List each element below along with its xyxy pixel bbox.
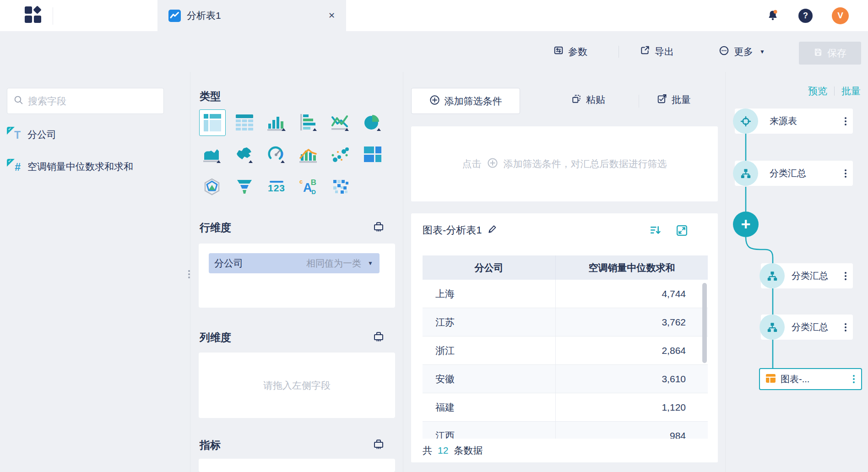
number-field-icon: # ✓ bbox=[7, 159, 22, 174]
tab-close-icon[interactable]: ✕ bbox=[328, 11, 335, 21]
hint-suffix: 添加筛选条件，对汇总后数据进行筛选 bbox=[504, 157, 667, 170]
export-label: 导出 bbox=[655, 45, 674, 58]
table-row: 安徽 3,610 bbox=[423, 365, 708, 393]
params-icon bbox=[553, 45, 564, 58]
add-filter-button[interactable]: 添加筛选条件 bbox=[411, 88, 520, 114]
app-logo-icon[interactable] bbox=[25, 6, 41, 23]
chart-type-pivot-table-icon[interactable] bbox=[199, 109, 226, 136]
chart-type-scatter-icon[interactable] bbox=[327, 141, 354, 168]
paste-label: 粘贴 bbox=[586, 93, 605, 106]
node-label: 分类汇总 bbox=[792, 270, 845, 282]
search-icon bbox=[14, 95, 23, 107]
flow-node-chart-selected[interactable]: 图表-... bbox=[759, 368, 862, 390]
params-button[interactable]: 参数 bbox=[553, 31, 587, 72]
node-menu-icon[interactable] bbox=[845, 271, 846, 282]
expand-icon[interactable] bbox=[676, 224, 688, 239]
save-label: 保存 bbox=[827, 47, 846, 60]
field-item-company[interactable]: T ✓ 分公司 bbox=[7, 127, 56, 142]
node-menu-icon[interactable] bbox=[845, 322, 846, 333]
toolbar-separator bbox=[618, 46, 619, 58]
col-dimension-dropzone[interactable]: 请拖入左侧字段 bbox=[199, 353, 395, 418]
tab-title: 分析表1 bbox=[187, 9, 328, 22]
chart-type-bar-icon[interactable] bbox=[263, 109, 290, 136]
chart-type-table-icon[interactable] bbox=[231, 109, 258, 136]
table-row: 江西 984 bbox=[423, 422, 708, 439]
metrics-dropzone[interactable] bbox=[199, 459, 395, 472]
chart-type-horizontal-bar-icon[interactable] bbox=[295, 109, 322, 136]
row-dimension-label: 行维度 bbox=[200, 221, 231, 235]
notification-bell-icon[interactable] bbox=[766, 9, 779, 22]
column-header[interactable]: 空调销量中位数求和 bbox=[556, 255, 708, 280]
total-suffix: 条数据 bbox=[454, 444, 483, 457]
chart-type-combo-icon[interactable] bbox=[295, 141, 322, 168]
chart-type-numeric-icon[interactable]: 123 bbox=[263, 174, 290, 200]
chart-type-line-icon[interactable] bbox=[327, 109, 354, 136]
cell-value: 3,610 bbox=[556, 365, 708, 393]
text-field-icon: T ✓ bbox=[7, 127, 22, 142]
hint-prefix: 点击 bbox=[462, 157, 482, 170]
field-name: 空调销量中位数求和求和 bbox=[27, 160, 133, 173]
cell-value: 1,120 bbox=[556, 393, 708, 421]
chip-group-mode: 相同值为一类 bbox=[306, 257, 361, 270]
chart-type-radar-icon[interactable] bbox=[199, 174, 226, 200]
sort-icon[interactable] bbox=[649, 224, 662, 239]
search-input[interactable] bbox=[28, 96, 157, 107]
header-divider bbox=[53, 7, 53, 25]
total-prefix: 共 bbox=[423, 444, 432, 457]
more-button[interactable]: 更多 ▼ bbox=[719, 31, 765, 72]
batch-icon bbox=[657, 94, 667, 106]
data-table: 分公司 空调销量中位数求和 上海 4,744 江苏 3,762 浙江 2,864 bbox=[423, 255, 708, 439]
logo-square bbox=[34, 16, 41, 23]
export-icon bbox=[640, 45, 650, 58]
table-scrollbar[interactable] bbox=[702, 283, 707, 363]
node-menu-icon[interactable] bbox=[845, 168, 846, 179]
target-icon bbox=[733, 109, 758, 134]
chart-type-text-icon[interactable]: c A B D bbox=[295, 174, 322, 200]
chip-caret-down-icon[interactable]: ▼ bbox=[368, 260, 373, 266]
chart-type-gauge-icon[interactable] bbox=[263, 141, 290, 168]
chart-type-funnel-icon[interactable] bbox=[231, 174, 258, 200]
logo-square bbox=[25, 6, 32, 14]
cell-value: 2,864 bbox=[556, 336, 708, 364]
panel-resize-handle[interactable] bbox=[188, 269, 190, 280]
node-menu-icon[interactable] bbox=[845, 116, 846, 127]
col-dimension-label: 列维度 bbox=[200, 331, 231, 345]
metrics-clear-icon[interactable] bbox=[373, 439, 385, 450]
chart-type-area-icon[interactable] bbox=[199, 141, 226, 168]
action-separator bbox=[639, 95, 639, 108]
cell-category: 浙江 bbox=[423, 336, 556, 364]
dropzone-placeholder: 请拖入左侧字段 bbox=[199, 353, 395, 418]
add-node-button[interactable]: + bbox=[733, 212, 759, 237]
column-header[interactable]: 分公司 bbox=[423, 255, 556, 280]
row-dimension-chip[interactable]: 分公司 相同值为一类 ▼ bbox=[209, 253, 380, 273]
type-section-title: 类型 bbox=[200, 89, 221, 103]
more-caret-icon: ▼ bbox=[760, 49, 765, 55]
field-item-sales-median[interactable]: # ✓ 空调销量中位数求和求和 bbox=[7, 159, 133, 174]
chip-field-name: 分公司 bbox=[214, 257, 306, 270]
row-dimension-clear-icon[interactable] bbox=[373, 221, 385, 233]
field-search-box bbox=[7, 88, 164, 114]
filter-empty-area[interactable]: 点击 添加筛选条件，对汇总后数据进行筛选 bbox=[411, 126, 718, 201]
batch-label: 批量 bbox=[672, 93, 691, 106]
fields-panel: T ✓ 分公司 # ✓ 空调销量中位数求和求和 bbox=[0, 72, 190, 472]
user-avatar[interactable]: V bbox=[832, 7, 849, 24]
batch-button[interactable]: 批量 bbox=[657, 93, 691, 106]
tab-analysis-sheet[interactable]: 分析表1 ✕ bbox=[157, 0, 346, 31]
chart-type-map-icon[interactable] bbox=[231, 141, 258, 168]
paste-button[interactable]: 粘贴 bbox=[571, 93, 605, 106]
save-button[interactable]: 保存 bbox=[799, 42, 861, 65]
row-dimension-dropzone[interactable]: 分公司 相同值为一类 ▼ bbox=[199, 244, 395, 308]
edit-pencil-icon[interactable] bbox=[488, 224, 497, 237]
col-dimension-clear-icon[interactable] bbox=[373, 331, 385, 343]
cell-value: 3,762 bbox=[556, 308, 708, 336]
help-icon[interactable]: ? bbox=[798, 9, 813, 23]
export-button[interactable]: 导出 bbox=[640, 31, 674, 72]
chart-type-pixel-map-icon[interactable] bbox=[327, 174, 354, 200]
chart-type-quadrant-icon[interactable] bbox=[359, 141, 386, 168]
cell-value: 984 bbox=[556, 422, 708, 439]
node-menu-icon[interactable] bbox=[853, 374, 855, 385]
sheet-chart-icon bbox=[168, 10, 181, 22]
table-header-row: 分公司 空调销量中位数求和 bbox=[423, 255, 708, 280]
chart-type-pie-icon[interactable] bbox=[359, 109, 386, 136]
table-footer: 共 12 条数据 bbox=[411, 439, 718, 462]
